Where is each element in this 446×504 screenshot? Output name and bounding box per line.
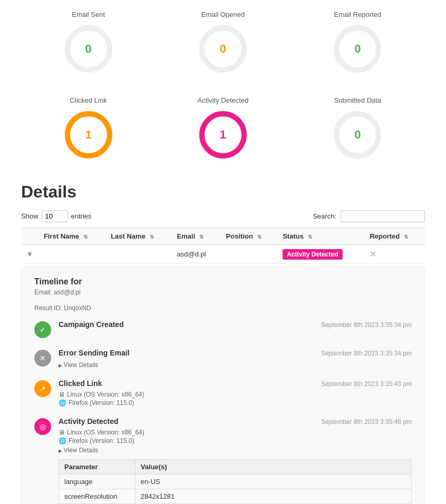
entries-input[interactable] [42, 210, 68, 222]
param-row-language: language en-US [59, 475, 412, 489]
col-reported[interactable]: Reported ⇅ [364, 228, 425, 245]
timeline-icon-campaign-created: ✓ [34, 321, 51, 338]
param-key-screen-resolution: screenResolution [59, 489, 135, 504]
col-status[interactable]: Status ⇅ [277, 228, 364, 245]
timeline-panel: Timeline for Email: asd@d.pl Result ID: … [21, 266, 425, 504]
col-email[interactable]: Email ⇅ [172, 228, 221, 245]
search-label: Search: [313, 212, 336, 220]
sort-email-icon[interactable]: ⇅ [199, 234, 203, 240]
stat-activity-detected-chart: 1 [197, 108, 249, 161]
monitor-icon: 🖥 [59, 391, 65, 398]
sort-reported-icon[interactable]: ⇅ [404, 234, 408, 240]
row-reported: ✕ [364, 245, 425, 264]
status-badge: Activity Detected [283, 249, 342, 260]
sort-status-icon[interactable]: ⇅ [308, 234, 312, 240]
table-row: ▼ asd@d.pl Activity Detected ✕ [21, 245, 425, 264]
param-row-screen-resolution: screenResolution 2842x1281 [59, 489, 412, 504]
col-expand [21, 228, 38, 245]
show-entries-control: Show entries [21, 210, 92, 222]
timeline-content-activity-detected: Activity Detected September 8th 2023 3:3… [59, 417, 412, 504]
timeline-icon-activity-detected: ◎ [34, 418, 51, 435]
timeline-event-error-sending: ✕ Error Sending Email September 8th 2023… [34, 349, 412, 369]
browser-icon: 🌐 [59, 399, 66, 407]
show-label: Show [21, 212, 38, 220]
row-last-name [105, 245, 171, 264]
stat-email-sent-chart: 0 [62, 23, 115, 75]
timeline-sub-browser-activity: 🌐 Firefox (Version: 115.0) [59, 437, 412, 444]
stat-email-reported-chart: 0 [331, 23, 384, 75]
timeline-event-title-campaign-created: Campaign Created [59, 320, 124, 329]
timeline-date-clicked-link: September 8th 2023 3:35:43 pm [321, 379, 412, 388]
row-position [221, 245, 278, 264]
search-control: Search: [313, 210, 425, 222]
row-first-name [38, 245, 105, 264]
timeline-event-title-error-sending: Error Sending Email [59, 349, 130, 357]
details-title: Details [21, 182, 425, 202]
table-controls: Show entries Search: [21, 210, 425, 222]
stat-activity-detected-label: Activity Detected [198, 96, 249, 104]
row-email: asd@d.pl [172, 245, 221, 264]
sort-position-icon[interactable]: ⇅ [257, 234, 261, 240]
timeline-event-title-clicked-link: Clicked Link [59, 379, 102, 388]
param-val-language: en-US [135, 475, 411, 489]
stat-email-sent-label: Email Sent [72, 11, 105, 18]
stat-clicked-link-label: Clicked Link [70, 96, 107, 104]
clear-button[interactable]: ✕ [370, 250, 376, 259]
timeline-date-campaign-created: September 8th 2023 3:35:34 pm [321, 320, 412, 329]
param-col-value: Value(s) [135, 460, 411, 475]
stats-row-1: Email Sent 0 Email Opened 0 Email Report… [0, 0, 446, 86]
details-section: Details Show entries Search: First Name … [0, 172, 446, 504]
stat-submitted-data-label: Submitted Data [334, 96, 382, 104]
stat-submitted-data: Submitted Data 0 [331, 96, 384, 161]
stat-activity-detected: Activity Detected 1 [197, 96, 249, 161]
sort-last-name-icon[interactable]: ⇅ [150, 234, 154, 240]
data-table: First Name ⇅ Last Name ⇅ Email ⇅ Positio… [21, 228, 425, 264]
view-details-error-sending[interactable]: View Details [59, 361, 98, 369]
timeline-result-id: Result ID: UnqoxND [34, 304, 412, 312]
stat-email-reported: Email Reported 0 [331, 11, 384, 75]
stat-submitted-data-value: 0 [354, 128, 361, 142]
timeline-content-campaign-created: Campaign Created September 8th 2023 3:35… [59, 320, 412, 331]
table-header-row: First Name ⇅ Last Name ⇅ Email ⇅ Positio… [21, 228, 425, 245]
view-details-activity[interactable]: View Details [59, 447, 98, 454]
sort-first-name-icon[interactable]: ⇅ [83, 234, 88, 240]
timeline-event-activity-detected: ◎ Activity Detected September 8th 2023 3… [34, 417, 412, 504]
stat-clicked-link-value: 1 [85, 128, 92, 142]
timeline-icon-error-sending: ✕ [34, 350, 51, 367]
param-key-language: language [59, 475, 135, 489]
col-position[interactable]: Position ⇅ [221, 228, 278, 245]
timeline-content-error-sending: Error Sending Email September 8th 2023 3… [59, 349, 412, 369]
params-table: Parameter Value(s) language en-US screen… [59, 459, 412, 504]
stat-email-opened-value: 0 [220, 42, 226, 56]
col-last-name[interactable]: Last Name ⇅ [105, 228, 171, 245]
stat-clicked-link: Clicked Link 1 [62, 96, 115, 161]
search-input[interactable] [341, 210, 425, 222]
timeline-sub-browser-clicked: 🌐 Firefox (Version: 115.0) [59, 399, 412, 407]
stats-row-2: Clicked Link 1 Activity Detected 1 Submi… [0, 86, 446, 172]
stat-submitted-data-chart: 0 [331, 108, 384, 161]
timeline-event-title-activity-detected: Activity Detected [59, 417, 119, 426]
param-val-screen-resolution: 2842x1281 [135, 489, 411, 504]
timeline-icon-clicked-link: ↗ [34, 380, 51, 397]
param-col-parameter: Parameter [59, 460, 135, 475]
row-expand-button[interactable]: ▼ [21, 245, 38, 264]
row-status: Activity Detected [277, 245, 364, 264]
entries-label: entries [71, 212, 92, 220]
stat-email-opened-label: Email Opened [201, 11, 245, 18]
timeline-email: Email: asd@d.pl [34, 289, 412, 296]
timeline-content-clicked-link: Clicked Link September 8th 2023 3:35:43 … [59, 379, 412, 407]
stat-email-reported-value: 0 [354, 42, 361, 56]
timeline-date-activity-detected: September 8th 2023 3:35:48 pm [321, 417, 412, 426]
stat-email-reported-label: Email Reported [334, 11, 382, 18]
timeline-event-campaign-created: ✓ Campaign Created September 8th 2023 3:… [34, 320, 412, 338]
stat-email-sent-value: 0 [85, 42, 92, 56]
timeline-title: Timeline for [34, 277, 412, 286]
timeline-sub-os-clicked: 🖥 Linux (OS Version: x86_64) [59, 391, 412, 398]
monitor-icon-activity: 🖥 [59, 429, 65, 436]
stat-email-sent: Email Sent 0 [62, 11, 115, 75]
stat-activity-detected-value: 1 [220, 128, 226, 142]
col-first-name[interactable]: First Name ⇅ [38, 228, 105, 245]
stat-email-opened-chart: 0 [197, 23, 249, 75]
browser-icon-activity: 🌐 [59, 437, 66, 444]
stat-email-opened: Email Opened 0 [197, 11, 249, 75]
